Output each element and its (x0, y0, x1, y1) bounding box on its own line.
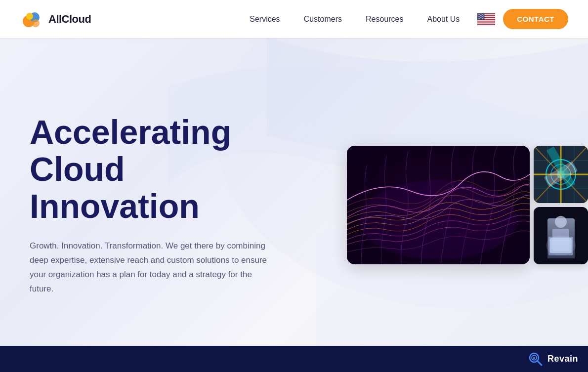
svg-point-33 (481, 18, 481, 18)
svg-point-26 (484, 16, 484, 16)
svg-point-38 (359, 180, 517, 259)
svg-point-27 (479, 17, 479, 17)
hero-subtitle: Growth. Innovation. Transformation. We g… (30, 239, 272, 296)
revain-icon: R (528, 351, 544, 367)
svg-text:R: R (533, 356, 536, 361)
hero-title-line2: Cloud (30, 150, 125, 188)
revain-logo[interactable]: R Revain (528, 351, 578, 367)
svg-point-13 (478, 14, 479, 14)
hero-title: Accelerating Cloud Innovation (30, 114, 294, 224)
svg-point-20 (482, 15, 482, 15)
contact-button[interactable]: CONTACT (503, 9, 568, 29)
logo[interactable]: AllCloud (20, 7, 91, 31)
hero-content: Accelerating Cloud Innovation Growth. In… (0, 114, 294, 296)
revain-label: Revain (547, 354, 578, 364)
svg-rect-11 (477, 24, 495, 25)
svg-point-17 (484, 14, 484, 14)
svg-point-19 (480, 15, 481, 15)
language-flag[interactable] (477, 13, 495, 25)
logo-text: AllCloud (48, 13, 91, 26)
hero-side-image-2 (534, 207, 588, 264)
svg-point-3 (26, 13, 33, 20)
svg-rect-51 (534, 207, 588, 264)
svg-point-2 (32, 19, 40, 27)
footer-bar: R Revain (0, 346, 588, 372)
svg-rect-54 (552, 229, 569, 251)
svg-line-59 (537, 361, 542, 365)
svg-point-29 (482, 17, 482, 17)
navbar: AllCloud Services Customers Resources Ab… (0, 0, 588, 38)
svg-point-14 (479, 14, 480, 14)
allcloud-logo-icon (20, 7, 43, 31)
svg-point-31 (478, 18, 479, 18)
wave-visualization (347, 146, 530, 264)
svg-point-57 (546, 236, 576, 255)
hero-main-image (347, 146, 530, 264)
hero-images (347, 146, 588, 264)
svg-point-23 (479, 16, 480, 16)
svg-rect-10 (477, 22, 495, 23)
nav-item-resources[interactable]: Resources (356, 11, 413, 28)
nav-item-services[interactable]: Services (240, 11, 290, 28)
svg-point-21 (483, 15, 483, 15)
svg-rect-56 (550, 238, 572, 253)
svg-point-42 (557, 170, 565, 178)
svg-point-15 (481, 14, 481, 14)
aerial-road-image (534, 146, 588, 203)
svg-rect-55 (548, 237, 573, 255)
svg-point-16 (482, 14, 483, 14)
nav-item-customers[interactable]: Customers (294, 11, 352, 28)
hero-section: Accelerating Cloud Innovation Growth. In… (0, 38, 588, 372)
nav-item-about[interactable]: About Us (417, 11, 469, 28)
svg-rect-9 (477, 20, 495, 21)
svg-point-25 (482, 16, 483, 16)
svg-point-32 (479, 18, 480, 18)
svg-point-34 (482, 18, 483, 18)
svg-point-22 (478, 16, 479, 16)
svg-point-35 (484, 18, 484, 18)
hero-title-line3: Innovation (30, 187, 200, 225)
svg-point-28 (480, 17, 481, 17)
person-tablet-image (534, 207, 588, 264)
hero-side-image-1 (534, 146, 588, 203)
svg-point-53 (555, 216, 567, 228)
svg-point-30 (483, 17, 483, 17)
hero-side-images (534, 146, 588, 264)
nav-links: Services Customers Resources About Us (240, 9, 568, 29)
svg-point-24 (481, 16, 481, 16)
hero-title-line1: Accelerating (30, 113, 231, 151)
svg-point-18 (479, 15, 479, 15)
